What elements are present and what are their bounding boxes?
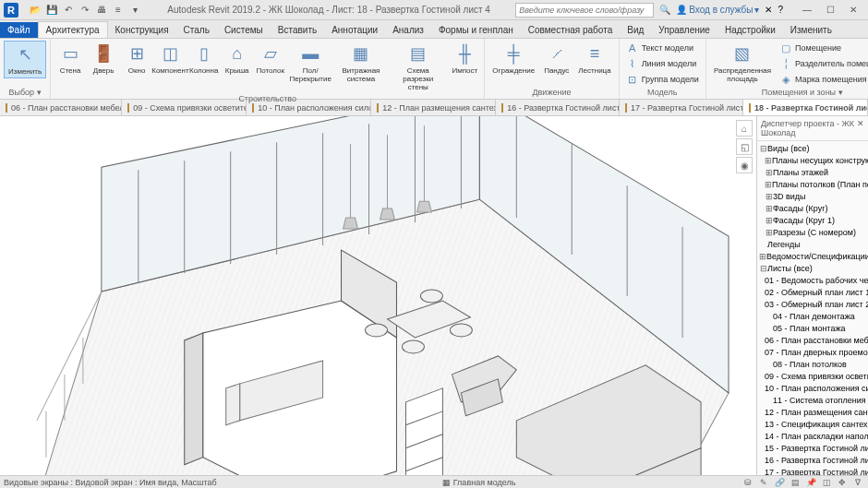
expand-icon[interactable]: ⊞ [765,228,773,238]
expand-icon[interactable]: ⊞ [759,252,766,262]
ribbon-tab-1[interactable]: Архитектура [38,21,108,38]
ribbon-button[interactable]: ▱Потолок [255,41,286,77]
expand-icon[interactable]: ⊞ [765,192,773,202]
expand-icon[interactable]: ⊞ [765,156,772,166]
ribbon-button[interactable]: ⊞Окно [121,41,152,77]
tree-node[interactable]: ⊞Разрезы (С номером) [757,227,868,239]
nav-home-icon[interactable]: ⌂ [736,120,753,137]
tree-node[interactable]: ⊞3D виды [757,191,868,203]
ribbon-button[interactable]: ╪Ограждение [488,41,538,77]
ribbon-button[interactable]: ⌂Крыша [222,41,253,77]
filter-icon[interactable]: ∇ [851,478,864,487]
ribbon-button[interactable]: ≡Лестница [574,41,614,77]
tree-node[interactable]: 10 - План расположения силов [757,383,868,395]
qat-dropdown-icon[interactable]: ▾ [127,3,142,18]
ribbon-button-small[interactable]: AТекст модели [623,41,702,55]
tree-node[interactable]: ⊞Ведомости/Спецификации (все) [757,251,868,263]
ribbon-button[interactable]: ▤Схема разрезки стены [389,41,447,93]
ribbon-button[interactable]: ▭Стена [54,41,86,77]
ribbon-button-small[interactable]: ╎Разделитель помещений [777,56,868,71]
ribbon-tab-11[interactable]: Управление [651,22,717,38]
ribbon-button[interactable]: ▯Колонна [188,41,220,77]
exchange-icon[interactable]: ✕ [765,5,772,15]
help-icon[interactable]: ? [778,5,783,15]
tree-node[interactable]: ⊞Планы потолков (План потолк [757,179,868,191]
document-tab[interactable]: 17 - Развертка Гостиной лист 3× [620,100,743,115]
expand-icon[interactable]: ⊟ [759,264,767,274]
keyword-search-input[interactable] [515,3,654,18]
tree-node[interactable]: ⊟Листы (все) [757,263,868,275]
tree-node[interactable]: 11 - Система отопления [757,395,868,407]
ribbon-button[interactable]: 🚪Дверь [88,41,119,77]
tree-node[interactable]: 15 - Развертка Гостиной лист 1 [757,443,868,455]
workset-icon[interactable]: ⛁ [741,478,754,487]
tree-node[interactable]: 02 - Обмерный план лист 1 [757,287,868,299]
close-button[interactable]: ✕ [842,2,864,18]
tree-node[interactable]: 08 - План потолков [757,359,868,371]
ribbon-tab-13[interactable]: Изменить [783,22,839,38]
editable-only-icon[interactable]: ✎ [757,478,770,487]
nav-wheel-icon[interactable]: ◉ [736,157,753,173]
tree-node[interactable]: 07 - План дверных проемов [757,347,868,359]
expand-icon[interactable]: ⊞ [765,168,773,178]
document-tab[interactable]: 16 - Развертка Гостиной лист 2× [496,100,620,115]
select-underlay-icon[interactable]: ▤ [789,478,802,487]
tree-node[interactable]: ⊟Виды (все) [757,143,868,155]
sign-in-link[interactable]: 👤 Вход в службы ▾ [676,5,759,15]
ribbon-tab-6[interactable]: Аннотации [324,22,385,38]
tree-node[interactable]: 01 - Ведомость рабочих чертеж [757,275,868,287]
tree-node[interactable]: ⊞Фасады (Круг 1) [757,215,868,227]
tree-node[interactable]: ⊞Планы этажей [757,167,868,179]
ribbon-button[interactable]: ▦Витражная система [335,41,388,85]
panel-close-icon[interactable]: ✕ [857,119,864,137]
document-tab[interactable]: 18 - Развертка Гостиной лист 4× [743,100,868,115]
document-tab[interactable]: 10 - План расположения силово…× [247,100,371,115]
select-pinned-icon[interactable]: 📌 [804,478,817,487]
ribbon-button[interactable]: ◫Компонент [154,41,187,77]
tree-node[interactable]: 16 - Развертка Гостиной лист 2 [757,455,868,467]
ribbon-tab-8[interactable]: Формы и генплан [431,22,521,38]
select-links-icon[interactable]: 🔗 [773,478,786,487]
ribbon-button-small[interactable]: ▢Помещение [777,41,868,55]
tree-node[interactable]: 03 - Обмерный план лист 2 [757,299,868,311]
ribbon-tab-10[interactable]: Вид [620,22,651,38]
ribbon-tab-0[interactable]: Файл [0,22,38,38]
search-icon[interactable]: 🔍 [659,5,670,15]
open-icon[interactable]: 📂 [28,3,42,18]
ribbon-button-small[interactable]: ⌇Линия модели [623,56,702,71]
expand-icon[interactable]: ⊟ [759,144,767,154]
drag-elements-icon[interactable]: ✥ [836,478,849,487]
tree-node[interactable]: 12 - План размещения сантехни [757,407,868,419]
document-tab[interactable]: 06 - План расстановки мебели× [0,100,122,115]
save-icon[interactable]: 💾 [44,3,59,18]
ribbon-button[interactable]: ▧Распределенная площадь [710,41,775,85]
ribbon-tab-7[interactable]: Анализ [385,22,431,38]
tree-node[interactable]: 04 - План демонтажа [757,311,868,323]
tree-node[interactable]: 06 - План расстановки мебели [757,335,868,347]
expand-icon[interactable]: ⊞ [765,204,773,214]
ribbon-tab-3[interactable]: Сталь [176,22,217,38]
project-tree[interactable]: ⊟Виды (все)⊞Планы несущих конструкций⊞Пл… [757,141,868,475]
tree-node[interactable]: Легенды [757,239,868,251]
redo-icon[interactable]: ↷ [78,3,92,18]
tree-node[interactable]: ⊞Фасады (Круг) [757,203,868,215]
document-tab[interactable]: 09 - Схема привязки осветитель…× [122,100,247,115]
print-icon[interactable]: 🖶 [94,3,109,18]
ribbon-tab-9[interactable]: Совместная работа [521,22,621,38]
document-tab[interactable]: 12 - План размещения сантехнич…× [371,100,496,115]
tree-node[interactable]: 09 - Схема привязки осветител [757,371,868,383]
tree-node[interactable]: ⊞Планы несущих конструкций [757,155,868,167]
ribbon-tab-12[interactable]: Надстройки [717,22,783,38]
ribbon-button-small[interactable]: ◈Марка помещения [777,72,868,87]
expand-icon[interactable]: ⊞ [765,180,772,190]
ribbon-button[interactable]: ╫Импост [449,41,480,77]
drawing-viewport[interactable]: ⌂ ◱ ◉ [0,116,757,475]
tree-node[interactable]: 05 - План монтажа [757,323,868,335]
tree-node[interactable]: 17 - Развертка Гостиной лист 3 [757,467,868,475]
selection-filter-icon[interactable]: ▦ [442,478,451,487]
ribbon-button[interactable]: ↖Изменить [4,41,46,78]
minimize-button[interactable]: — [796,2,818,18]
ribbon-tab-2[interactable]: Конструкция [108,22,176,38]
ribbon-tab-5[interactable]: Вставить [271,22,324,38]
ribbon-tab-4[interactable]: Системы [217,22,271,38]
